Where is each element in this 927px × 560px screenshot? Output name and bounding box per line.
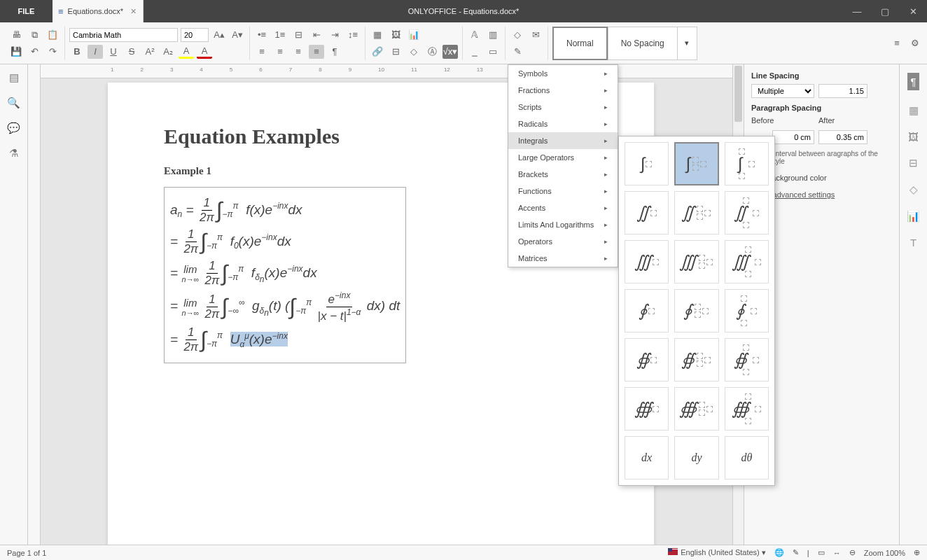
increase-font-icon[interactable]: A▴: [211, 28, 227, 42]
equation-menu-radicals[interactable]: Radicals▸: [508, 115, 618, 132]
multilevel-icon[interactable]: ⊟: [291, 28, 306, 42]
after-value[interactable]: [818, 130, 867, 144]
integral-template-8[interactable]: ∭: [725, 240, 769, 284]
close-tab-icon[interactable]: ✕: [130, 7, 137, 16]
search-icon[interactable]: 🔍: [7, 97, 20, 109]
table-tab-icon[interactable]: ▦: [909, 104, 919, 117]
integral-template-5[interactable]: ∬: [725, 191, 769, 234]
print-icon[interactable]: 🖶: [8, 28, 24, 42]
equation-menu-matrices[interactable]: Matrices▸: [508, 250, 618, 267]
integral-template-16[interactable]: ∰: [674, 387, 718, 430]
file-tab[interactable]: FILE: [0, 0, 53, 22]
integral-template-10[interactable]: ∮: [674, 289, 718, 332]
font-size-input[interactable]: [181, 28, 209, 42]
insert-table-icon[interactable]: ▦: [370, 28, 385, 42]
align-center-icon[interactable]: ≡: [272, 45, 288, 59]
align-right-icon[interactable]: ≡: [291, 45, 306, 59]
copy-style-icon[interactable]: ✎: [510, 45, 525, 59]
insert-image-icon[interactable]: 🖼: [388, 28, 403, 42]
insert-chart-icon[interactable]: 📊: [406, 28, 421, 42]
copy-icon[interactable]: ⧉: [27, 28, 42, 42]
insert-header-icon[interactable]: ⊟: [388, 45, 403, 59]
equation-menu-brackets[interactable]: Brackets▸: [508, 166, 618, 183]
subscript-button[interactable]: A₂: [160, 45, 176, 59]
fit-width-icon[interactable]: ↔: [833, 549, 841, 557]
language-selector[interactable]: English (United States) ▾: [668, 548, 766, 557]
paragraph-mark-icon[interactable]: ¶: [327, 45, 342, 59]
align-left-icon[interactable]: ≡: [254, 45, 270, 59]
equation-menu-fractions[interactable]: Fractions▸: [508, 82, 618, 99]
equation-menu-large-operators[interactable]: Large Operators▸: [508, 149, 618, 166]
style-no-spacing[interactable]: No Spacing: [608, 27, 678, 60]
integral-template-12[interactable]: ∯: [625, 338, 669, 382]
bold-button[interactable]: B: [69, 45, 85, 59]
close-window-button[interactable]: ✕: [899, 0, 927, 22]
track-changes-icon[interactable]: ✎: [793, 548, 799, 557]
zoom-in-button[interactable]: ⊕: [914, 548, 920, 557]
integral-template-15[interactable]: ∰: [625, 387, 669, 430]
bullets-icon[interactable]: •≡: [254, 28, 270, 42]
integral-template-2[interactable]: ∫: [725, 142, 769, 186]
integral-template-17[interactable]: ∰: [725, 387, 769, 430]
font-color-icon[interactable]: A: [197, 45, 212, 59]
integral-template-13[interactable]: ∯: [674, 338, 718, 382]
paragraph-tab-icon[interactable]: ¶: [907, 73, 919, 90]
columns-icon[interactable]: ▥: [485, 28, 501, 42]
integral-template-11[interactable]: ∮: [725, 289, 769, 332]
equation-menu-symbols[interactable]: Symbols▸: [508, 65, 618, 82]
chart-tab-icon[interactable]: 📊: [907, 210, 920, 223]
insert-textart-icon[interactable]: Ⓐ: [424, 45, 440, 59]
minimize-button[interactable]: —: [843, 0, 871, 22]
clear-style-icon[interactable]: ◇: [510, 28, 525, 42]
zoom-out-button[interactable]: ⊖: [849, 548, 856, 557]
equation-menu-scripts[interactable]: Scripts▸: [508, 99, 618, 115]
equation-menu-functions[interactable]: Functions▸: [508, 183, 618, 200]
view-settings-icon[interactable]: ≡: [889, 36, 905, 50]
equation-menu-limits-and-logarithms[interactable]: Limits And Logarithms▸: [508, 216, 618, 233]
spellcheck-icon[interactable]: 🌐: [774, 548, 784, 557]
insert-link-icon[interactable]: 🔗: [370, 45, 385, 59]
justify-icon[interactable]: ≡: [309, 45, 324, 59]
decrease-font-icon[interactable]: A▾: [230, 28, 245, 42]
equation-menu-integrals[interactable]: Integrals▸: [508, 132, 618, 149]
mailmerge-icon[interactable]: ✉: [528, 28, 543, 42]
integral-diff-dθ[interactable]: dθ: [725, 436, 769, 479]
sections-icon[interactable]: ▭: [485, 45, 501, 59]
header-tab-icon[interactable]: ⊟: [909, 157, 918, 169]
thumbnails-icon[interactable]: ▤: [9, 71, 19, 84]
integral-template-7[interactable]: ∭: [674, 240, 718, 284]
increase-indent-icon[interactable]: ⇥: [327, 28, 342, 42]
integral-template-0[interactable]: ∫: [625, 142, 669, 186]
integral-diff-dx[interactable]: dx: [625, 436, 669, 479]
highlight-icon[interactable]: A: [179, 45, 194, 59]
before-value[interactable]: [772, 130, 814, 144]
document-tab[interactable]: ≡ Equations.docx* ✕: [53, 0, 144, 22]
integral-template-6[interactable]: ∭: [625, 240, 669, 284]
style-normal[interactable]: Normal: [552, 27, 608, 60]
integral-template-4[interactable]: ∬: [674, 191, 718, 234]
integral-template-1[interactable]: ∫: [674, 142, 718, 186]
style-dropdown[interactable]: ▾: [678, 27, 697, 60]
italic-button[interactable]: I: [88, 45, 103, 59]
line-spacing-value[interactable]: [818, 84, 867, 98]
decrease-indent-icon[interactable]: ⇤: [309, 28, 324, 42]
maximize-button[interactable]: ▢: [871, 0, 899, 22]
insert-equation-button[interactable]: √x▾: [442, 45, 458, 59]
comments-icon[interactable]: 💬: [7, 122, 20, 134]
integral-template-9[interactable]: ∮: [625, 289, 669, 332]
strike-button[interactable]: S: [124, 45, 139, 59]
undo-icon[interactable]: ↶: [27, 45, 42, 59]
equation-menu-operators[interactable]: Operators▸: [508, 233, 618, 250]
line-spacing-icon[interactable]: ↕≡: [345, 28, 361, 42]
equation-box[interactable]: an = 12π∫−ππ f(x)e−inxdx = 12π∫−ππ f0(x)…: [164, 187, 406, 363]
shape-tab-icon[interactable]: ◇: [909, 183, 918, 196]
integral-template-3[interactable]: ∬: [625, 191, 669, 234]
numbering-icon[interactable]: 1≡: [272, 28, 288, 42]
dropcap-icon[interactable]: 𝔸: [467, 28, 482, 42]
superscript-button[interactable]: A²: [142, 45, 158, 59]
fit-page-icon[interactable]: ▭: [818, 548, 825, 557]
equation-menu-accents[interactable]: Accents▸: [508, 200, 618, 216]
page-break-icon[interactable]: ⎯: [467, 45, 482, 59]
paste-icon[interactable]: 📋: [45, 28, 60, 42]
image-tab-icon[interactable]: 🖼: [908, 131, 919, 143]
